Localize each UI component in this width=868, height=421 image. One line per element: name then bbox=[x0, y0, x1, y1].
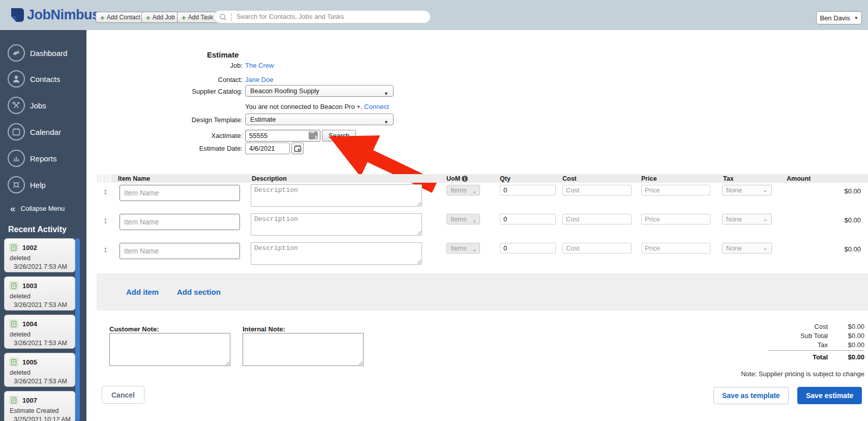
uom-select[interactable]: Items▼ bbox=[446, 185, 480, 195]
caret-down-icon: ▼ bbox=[854, 16, 858, 20]
supplier-catalog-value: Beacon Roofing Supply bbox=[250, 87, 319, 95]
cost-input[interactable] bbox=[562, 185, 632, 195]
design-template-value: Estimate bbox=[250, 116, 276, 123]
activity-card[interactable]: 1007 Estimate Created 3/25/2021 10:12 AM bbox=[4, 391, 75, 421]
bar-chart-icon bbox=[8, 150, 25, 167]
tax-select[interactable]: None⌄ bbox=[722, 214, 772, 224]
page-title: Estimate bbox=[207, 50, 239, 59]
plus-icon: + bbox=[146, 14, 151, 21]
item-description-textarea[interactable] bbox=[251, 242, 422, 265]
qty-input[interactable] bbox=[500, 243, 556, 254]
row-amount: $0.00 bbox=[783, 216, 861, 224]
chevron-down-icon: ⌄ bbox=[763, 214, 768, 224]
jobnimbus-app: JobNimbus + Add Contact + Add Job + Add … bbox=[0, 0, 868, 421]
caret-down-icon: ▼ bbox=[472, 246, 476, 256]
person-icon bbox=[8, 70, 25, 88]
uom-select[interactable]: Items▼ bbox=[446, 214, 480, 224]
design-template-select[interactable]: Estimate ▼ bbox=[245, 114, 394, 125]
activity-timestamp: 3/26/2021 7:53 AM bbox=[14, 378, 67, 385]
plus-icon: + bbox=[182, 14, 186, 21]
document-icon bbox=[9, 396, 18, 405]
contact-link[interactable]: Jane Doe bbox=[245, 76, 274, 83]
activity-card[interactable]: 1004 deleted 3/26/2021 7:53 AM bbox=[4, 315, 75, 349]
sidebar-item-label: Reports bbox=[30, 154, 57, 163]
tax-select[interactable]: None⌄ bbox=[722, 243, 772, 254]
item-description-textarea[interactable] bbox=[251, 184, 422, 207]
caret-down-icon: ▼ bbox=[472, 188, 476, 198]
beacon-connect-link[interactable]: Connect bbox=[364, 103, 388, 110]
add-contact-button[interactable]: + Add Contact bbox=[96, 12, 145, 23]
totals-cost-label: Cost bbox=[746, 323, 828, 330]
item-name-input[interactable] bbox=[119, 185, 240, 201]
calendar-picker-button[interactable] bbox=[291, 143, 304, 154]
sidebar-item-jobs[interactable]: Jobs bbox=[0, 96, 86, 115]
add-job-button[interactable]: + Add Job bbox=[141, 12, 179, 23]
jobnimbus-logo-icon bbox=[10, 8, 24, 23]
uom-select[interactable]: Items▼ bbox=[446, 243, 480, 254]
item-row: ↕ Items▼ None⌄ $0.00 bbox=[0, 184, 868, 213]
customer-note-label: Customer Note: bbox=[109, 325, 159, 333]
dashboard-gauge-icon bbox=[8, 44, 25, 62]
save-estimate-button[interactable]: Save estimate bbox=[797, 387, 862, 404]
add-task-button[interactable]: + Add Task bbox=[177, 12, 218, 23]
add-job-label: Add Job bbox=[153, 14, 175, 21]
job-label: Job: bbox=[141, 62, 243, 69]
plus-icon: + bbox=[100, 14, 105, 21]
cancel-button[interactable]: Cancel bbox=[102, 386, 144, 404]
col-header-uom: UoM bbox=[446, 175, 460, 182]
user-menu-button[interactable]: Ben Davis ▼ bbox=[816, 11, 862, 24]
caret-down-icon: ▼ bbox=[384, 89, 388, 99]
activity-card[interactable]: 1005 deleted 3/26/2021 7:53 AM bbox=[4, 353, 75, 387]
sidebar-item-contacts[interactable]: Contacts bbox=[0, 69, 86, 89]
jobnimbus-logo[interactable]: JobNimbus bbox=[10, 7, 100, 23]
logo-text: JobNimbus bbox=[27, 7, 100, 23]
item-description-textarea[interactable] bbox=[251, 213, 422, 236]
price-input[interactable] bbox=[641, 185, 710, 195]
customer-note-textarea[interactable] bbox=[109, 333, 230, 366]
activity-action: deleted bbox=[10, 293, 31, 300]
cost-input[interactable] bbox=[562, 214, 632, 224]
item-name-input[interactable] bbox=[119, 214, 240, 230]
item-name-input[interactable] bbox=[119, 243, 240, 259]
add-section-link[interactable]: Add section bbox=[177, 288, 221, 296]
cost-input[interactable] bbox=[562, 243, 632, 254]
col-header-cost: Cost bbox=[562, 175, 577, 182]
drag-handle-icon[interactable]: ↕ bbox=[103, 245, 108, 255]
drag-handle-icon[interactable]: ↕ bbox=[103, 187, 108, 197]
job-link[interactable]: The Crew bbox=[245, 62, 274, 69]
item-row: ↕ Items▼ None⌄ $0.00 bbox=[0, 213, 868, 242]
drag-handle-icon[interactable]: ↕ bbox=[103, 216, 108, 226]
xactimate-search-button[interactable]: Search bbox=[322, 130, 356, 142]
totals-cost-value: $0.00 bbox=[829, 323, 864, 330]
totals-total-label: Total bbox=[746, 353, 828, 361]
add-item-link[interactable]: Add item bbox=[126, 288, 159, 296]
totals-subtotal-value: $0.00 bbox=[829, 332, 864, 340]
add-task-label: Add Task bbox=[188, 14, 213, 21]
activity-card[interactable]: 1003 deleted 3/26/2021 7:53 AM bbox=[4, 276, 75, 311]
internal-note-label: Internal Note: bbox=[243, 325, 285, 333]
supplier-catalog-select[interactable]: Beacon Roofing Supply ▼ bbox=[245, 85, 394, 97]
tools-icon bbox=[8, 97, 25, 114]
tax-select[interactable]: None⌄ bbox=[722, 185, 772, 195]
sidebar-item-reports[interactable]: Reports bbox=[0, 149, 86, 168]
qty-input[interactable] bbox=[500, 214, 556, 224]
sidebar-item-dashboard[interactable]: Dashboard bbox=[0, 43, 86, 63]
save-as-template-button[interactable]: Save as template bbox=[713, 387, 789, 404]
row-amount: $0.00 bbox=[783, 245, 861, 253]
global-search-box[interactable]: Search for Contacts, Jobs and Tasks bbox=[214, 10, 431, 23]
search-divider bbox=[231, 13, 232, 21]
activity-action: Estimate Created bbox=[10, 407, 59, 414]
price-input[interactable] bbox=[641, 243, 710, 254]
internal-note-textarea[interactable] bbox=[243, 333, 364, 366]
estimate-date-input[interactable] bbox=[245, 143, 290, 154]
activity-number: 1004 bbox=[22, 320, 37, 328]
supplier-pricing-note: Note: Supplier pricing is subject to cha… bbox=[707, 370, 864, 378]
sidebar-item-calendar[interactable]: Calendar bbox=[0, 122, 86, 142]
caret-down-icon: ▼ bbox=[472, 217, 476, 227]
col-header-description: Description bbox=[252, 175, 287, 182]
contact-label: Contact: bbox=[141, 76, 243, 83]
qty-input[interactable] bbox=[500, 185, 556, 195]
info-icon[interactable] bbox=[462, 176, 468, 182]
activity-action: deleted bbox=[10, 331, 31, 338]
price-input[interactable] bbox=[641, 214, 710, 224]
